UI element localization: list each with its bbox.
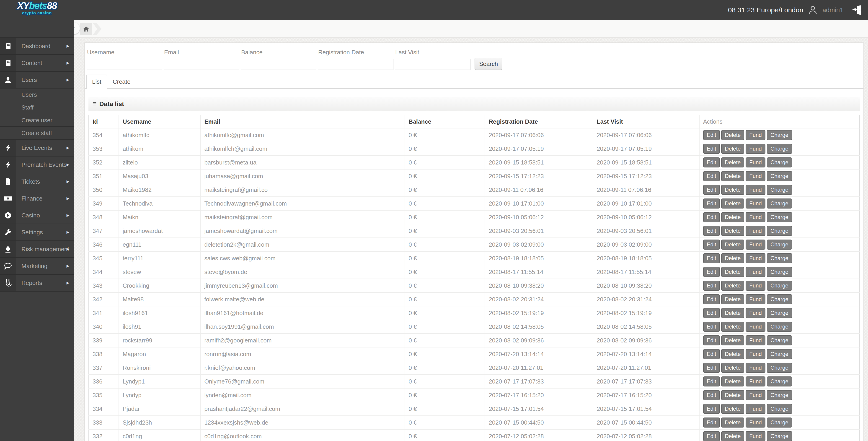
fund-button[interactable]: Fund [746,144,766,154]
charge-button[interactable]: Charge [767,267,792,277]
sidebar-item-dashboard[interactable]: Dashboard▶ [0,38,74,55]
charge-button[interactable]: Charge [767,417,792,428]
sidebar-subitem-staff[interactable]: Staff [0,101,74,114]
edit-button[interactable]: Edit [703,308,720,318]
fund-button[interactable]: Fund [746,157,766,168]
charge-button[interactable]: Charge [767,157,792,168]
charge-button[interactable]: Charge [767,185,792,195]
delete-button[interactable]: Delete [721,130,744,140]
search-button[interactable]: Search [474,58,502,70]
edit-button[interactable]: Edit [703,335,720,345]
charge-button[interactable]: Charge [767,171,792,181]
edit-button[interactable]: Edit [703,294,720,304]
fund-button[interactable]: Fund [746,281,766,291]
edit-button[interactable]: Edit [703,431,720,441]
last-visit-input[interactable] [395,59,470,70]
charge-button[interactable]: Charge [767,212,792,222]
delete-button[interactable]: Delete [721,281,744,291]
breadcrumb-home-button[interactable] [80,23,92,35]
edit-button[interactable]: Edit [703,377,720,386]
charge-button[interactable]: Charge [767,281,792,291]
charge-button[interactable]: Charge [767,294,792,304]
fund-button[interactable]: Fund [746,267,766,277]
sidebar-item-finance[interactable]: 1Finance▶ [0,190,74,207]
charge-button[interactable]: Charge [767,144,792,154]
delete-button[interactable]: Delete [721,294,744,304]
edit-button[interactable]: Edit [703,144,720,154]
delete-button[interactable]: Delete [721,404,744,414]
fund-button[interactable]: Fund [746,377,766,386]
edit-button[interactable]: Edit [703,130,720,140]
charge-button[interactable]: Charge [767,335,792,345]
fund-button[interactable]: Fund [746,335,766,345]
delete-button[interactable]: Delete [721,390,744,400]
delete-button[interactable]: Delete [721,199,744,208]
logout-icon[interactable] [851,5,863,16]
sidebar-subitem-users[interactable]: Users [0,89,74,101]
delete-button[interactable]: Delete [721,377,744,386]
sidebar-item-casino[interactable]: Casino▶ [0,207,74,224]
charge-button[interactable]: Charge [767,226,792,236]
sidebar-subitem-create-user[interactable]: Create user [0,114,74,127]
charge-button[interactable]: Charge [767,349,792,359]
fund-button[interactable]: Fund [746,404,766,414]
username-input[interactable] [87,59,162,70]
delete-button[interactable]: Delete [721,144,744,154]
charge-button[interactable]: Charge [767,308,792,318]
sidebar-item-tickets[interactable]: Tickets▶ [0,173,74,190]
delete-button[interactable]: Delete [721,431,744,441]
balance-input[interactable] [241,59,316,70]
edit-button[interactable]: Edit [703,349,720,359]
delete-button[interactable]: Delete [721,212,744,222]
fund-button[interactable]: Fund [746,322,766,332]
sidebar-item-content[interactable]: Content▶ [0,55,74,71]
fund-button[interactable]: Fund [746,185,766,195]
delete-button[interactable]: Delete [721,349,744,359]
fund-button[interactable]: Fund [746,349,766,359]
sidebar-subitem-create-staff[interactable]: Create staff [0,127,74,140]
delete-button[interactable]: Delete [721,171,744,181]
delete-button[interactable]: Delete [721,240,744,249]
fund-button[interactable]: Fund [746,308,766,318]
tab-create[interactable]: Create [107,75,136,89]
edit-button[interactable]: Edit [703,226,720,236]
edit-button[interactable]: Edit [703,240,720,249]
edit-button[interactable]: Edit [703,212,720,222]
delete-button[interactable]: Delete [721,253,744,263]
delete-button[interactable]: Delete [721,335,744,345]
edit-button[interactable]: Edit [703,417,720,428]
delete-button[interactable]: Delete [721,226,744,236]
edit-button[interactable]: Edit [703,253,720,263]
fund-button[interactable]: Fund [746,417,766,428]
fund-button[interactable]: Fund [746,431,766,441]
charge-button[interactable]: Charge [767,390,792,400]
edit-button[interactable]: Edit [703,322,720,332]
edit-button[interactable]: Edit [703,199,720,208]
sidebar-item-live-events[interactable]: Live Events▶ [0,140,74,156]
edit-button[interactable]: Edit [703,171,720,181]
delete-button[interactable]: Delete [721,267,744,277]
edit-button[interactable]: Edit [703,157,720,168]
delete-button[interactable]: Delete [721,363,744,373]
fund-button[interactable]: Fund [746,363,766,373]
fund-button[interactable]: Fund [746,294,766,304]
sidebar-item-settings[interactable]: Settings▶ [0,224,74,241]
tab-list[interactable]: List [86,75,107,89]
sidebar-item-risk-management[interactable]: Risk management▶ [0,241,74,258]
sidebar-item-reports[interactable]: Reports▶ [0,275,74,292]
fund-button[interactable]: Fund [746,171,766,181]
charge-button[interactable]: Charge [767,322,792,332]
brand-logo[interactable]: XYbets88 crypto casino [0,1,74,15]
sidebar-item-users[interactable]: Users▶ [0,71,74,89]
fund-button[interactable]: Fund [746,226,766,236]
fund-button[interactable]: Fund [746,199,766,208]
charge-button[interactable]: Charge [767,240,792,249]
charge-button[interactable]: Charge [767,404,792,414]
fund-button[interactable]: Fund [746,212,766,222]
fund-button[interactable]: Fund [746,253,766,263]
sidebar-item-marketing[interactable]: Marketing▶ [0,258,74,275]
charge-button[interactable]: Charge [767,130,792,140]
edit-button[interactable]: Edit [703,404,720,414]
delete-button[interactable]: Delete [721,308,744,318]
admin-username[interactable]: admin1 [823,6,843,14]
